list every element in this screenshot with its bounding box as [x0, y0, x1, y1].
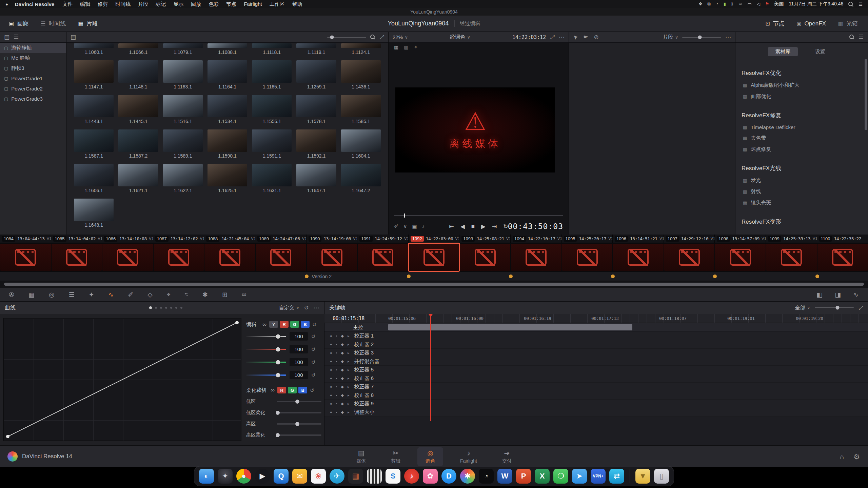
- track-lock-icon[interactable]: ▪: [336, 359, 337, 363]
- clip-header[interactable]: 1088 14:21:45:04 V1: [204, 235, 255, 243]
- channel-slider[interactable]: [246, 374, 286, 376]
- clip-thumbnail[interactable]: [52, 244, 102, 271]
- viewer-options-icon[interactable]: ⋯: [559, 34, 565, 40]
- input-flag-icon[interactable]: ⚑: [765, 1, 769, 7]
- key-icon[interactable]: ✱: [202, 291, 208, 299]
- tab-edit[interactable]: ✂ 剪辑: [383, 447, 409, 466]
- track-enable-icon[interactable]: ●: [330, 342, 332, 346]
- still-thumbnail[interactable]: [252, 129, 292, 152]
- still-thumbnail[interactable]: [341, 129, 381, 152]
- track-lock-icon[interactable]: ▪: [336, 402, 337, 406]
- fx-list-icon[interactable]: ☰: [859, 34, 864, 40]
- screen-mirroring-icon[interactable]: ⧉: [708, 1, 711, 7]
- dock-video-editor-icon[interactable]: ▦: [348, 469, 363, 484]
- dock-sublime-icon[interactable]: S: [386, 469, 400, 484]
- fx-plugin-item[interactable]: ▩ 射线: [735, 186, 868, 197]
- tab-deliver[interactable]: ➔ 交付: [494, 447, 520, 466]
- curve-channel-r[interactable]: R: [280, 321, 289, 328]
- timeline-toggle-button[interactable]: ☰时间线: [35, 16, 72, 32]
- color-match-icon[interactable]: ▦: [28, 291, 35, 299]
- track-keyframe-icon[interactable]: ◆: [341, 393, 344, 398]
- still-thumbnail[interactable]: [296, 164, 336, 186]
- clip-duration-bar[interactable]: [388, 324, 632, 330]
- curves-reset-icon[interactable]: ↺: [304, 305, 309, 311]
- dock-twitter-icon[interactable]: ➤: [572, 469, 587, 484]
- track-expand-chevron[interactable]: ▸: [348, 368, 350, 372]
- rgb-mixer-icon[interactable]: ☰: [68, 291, 74, 299]
- stills-expand-icon[interactable]: ⤢: [379, 34, 384, 40]
- track-lock-icon[interactable]: ▪: [336, 410, 337, 414]
- dock-player-icon[interactable]: ▶: [255, 469, 270, 484]
- clip-thumbnail[interactable]: [766, 244, 817, 271]
- slider-knob[interactable]: [276, 360, 280, 364]
- dock-watch-icon[interactable]: ◔: [479, 469, 494, 484]
- clip-thumbnail[interactable]: [154, 244, 204, 271]
- fx-plugin-item[interactable]: ▩ 坏点修复: [735, 144, 868, 155]
- still-thumbnail[interactable]: [118, 129, 158, 152]
- annotate-caret-icon[interactable]: ∨: [403, 223, 407, 229]
- wipe-grid-icon[interactable]: ▦: [394, 45, 398, 49]
- gallery-still[interactable]: 1.1163.1: [163, 60, 203, 89]
- gallery-still[interactable]: 1.1587.1: [74, 129, 114, 159]
- gallery-list-view-icon[interactable]: ☰: [14, 34, 19, 40]
- tracker-icon[interactable]: ⌖: [167, 291, 171, 299]
- gallery-still[interactable]: 1.1578.1: [296, 95, 336, 124]
- gallery-still[interactable]: 1.1534.1: [208, 95, 247, 124]
- clip-thumbnail[interactable]: [307, 244, 357, 271]
- track-keyframe-icon[interactable]: ◆: [341, 342, 344, 347]
- node-options-icon[interactable]: ⋯: [725, 34, 731, 40]
- node-zoom-slider[interactable]: [682, 37, 721, 38]
- keyframe-track-master[interactable]: 主控: [324, 323, 868, 332]
- clip-header[interactable]: 1090 13:14:19:08 V1: [307, 235, 358, 243]
- keyframe-track[interactable]: ● ▪ ◆ ▸ 校正器 8: [324, 391, 868, 400]
- gallery-stills-view-icon[interactable]: ▤: [4, 34, 9, 40]
- dock-finder-icon[interactable]: ◐: [199, 469, 214, 484]
- dock-launchpad-icon[interactable]: ✦: [218, 469, 233, 484]
- range-slider[interactable]: [277, 423, 321, 425]
- power-window-icon[interactable]: ◇: [147, 291, 153, 299]
- battery-icon[interactable]: ▮: [724, 1, 726, 7]
- dock-transfer-icon[interactable]: ⇄: [609, 469, 624, 484]
- slider-knob[interactable]: [276, 334, 280, 339]
- still-thumbnail[interactable]: [163, 129, 203, 152]
- clip-header[interactable]: 1084 13:04:44:13 V1: [0, 235, 51, 243]
- fx-plugin-item[interactable]: ▩ 发光: [735, 175, 868, 186]
- tab-media[interactable]: ▤ 媒体: [348, 447, 374, 466]
- scopes-icon[interactable]: ∿: [853, 291, 859, 299]
- still-thumbnail[interactable]: [163, 95, 203, 117]
- still-thumbnail[interactable]: [74, 43, 114, 48]
- viewer-mode-select[interactable]: 经调色∨: [450, 34, 470, 40]
- viewer-zoom-select[interactable]: 22%∨: [393, 34, 408, 40]
- keyframe-zoom-slider[interactable]: [815, 307, 854, 308]
- gallery-still[interactable]: 1.1621.1: [118, 164, 158, 193]
- keyframes-expand-icon[interactable]: ⤢: [859, 305, 863, 311]
- soft-clip-reset-icon[interactable]: ↺: [310, 388, 314, 393]
- clip-header[interactable]: 1093 14:25:08:21 V1: [459, 235, 511, 243]
- track-lock-icon[interactable]: ▪: [336, 334, 337, 338]
- menubar-item[interactable]: 文件: [62, 1, 73, 7]
- channel-slider[interactable]: [246, 362, 286, 363]
- channel-slider[interactable]: [246, 336, 286, 337]
- dock-terminal-icon[interactable]: [367, 469, 382, 484]
- gallery-still[interactable]: 1.1165.1: [252, 60, 292, 89]
- dock-qq-icon[interactable]: Q: [274, 469, 289, 484]
- thumbnail-size-slider[interactable]: [327, 37, 366, 38]
- keyframe-track[interactable]: ● ▪ ◆ ▸ 校正器 2: [324, 340, 868, 349]
- fx-plugin-item[interactable]: ▩ Timelapse Deflicker: [735, 122, 868, 133]
- stills-search-icon[interactable]: [370, 35, 375, 40]
- gallery-album[interactable]: ▢ 游轮静帧: [0, 43, 66, 53]
- menubar-item[interactable]: 显示: [173, 1, 183, 7]
- track-expand-chevron[interactable]: ▸: [348, 410, 350, 414]
- tab-fx-library[interactable]: 素材库: [768, 47, 798, 56]
- gallery-still[interactable]: 1.1587.2: [118, 129, 158, 159]
- track-lock-icon[interactable]: ▪: [336, 385, 337, 389]
- jog-playhead[interactable]: [404, 214, 405, 218]
- viewer-jog-bar[interactable]: [394, 215, 563, 216]
- dock-color-wheel-icon[interactable]: ✱: [460, 469, 475, 484]
- clip-header[interactable]: 1087 13:14:12:02 V1: [153, 235, 204, 243]
- clip-header[interactable]: 1092 14:22:03:00 V1: [409, 235, 460, 243]
- stop-button[interactable]: ■: [471, 223, 475, 230]
- clip-header[interactable]: 1094 14:22:10:17 V1: [511, 235, 562, 243]
- soft-clip-link-icon[interactable]: ∞: [271, 387, 275, 393]
- clip-header[interactable]: 1089 14:24:47:06 V1: [255, 235, 307, 243]
